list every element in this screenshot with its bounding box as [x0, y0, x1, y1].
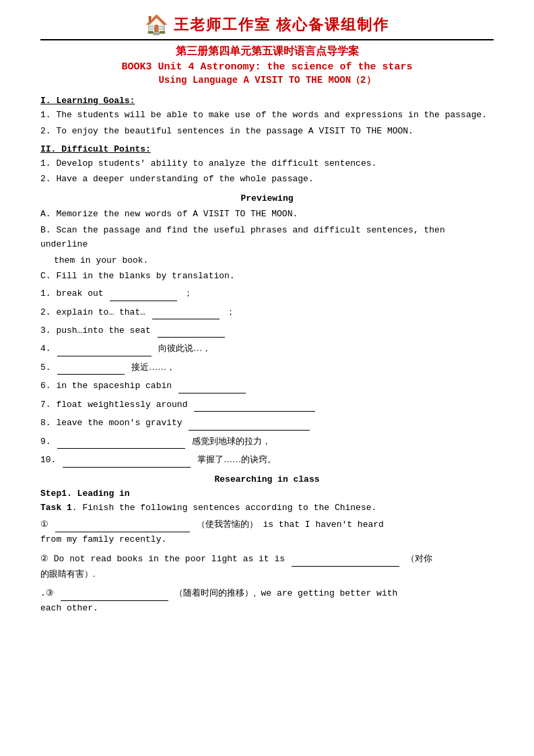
fill-blank-5: 5. 接近……，: [40, 360, 494, 375]
section-researching: Researching in class Step1. Leading in T…: [40, 474, 494, 616]
item-num: ①: [40, 519, 54, 530]
previewing-title: Previewing: [40, 193, 494, 203]
fill-blank-2: 2. explain to… that… ；: [40, 305, 494, 319]
item-num: 2. explain to… that…: [40, 307, 151, 317]
previewing-item-c: C. Fill in the blanks by translation.: [40, 270, 494, 284]
item-num: 6. in the spaceship cabin: [40, 381, 177, 391]
item-num: 5.: [40, 363, 56, 373]
blank-10[interactable]: [63, 452, 191, 467]
page-header: 🏠 王老师工作室 核心备课组制作 第三册第四单元第五课时语言点导学案 BOOK3…: [40, 13, 494, 86]
item-num: ② Do not read books in the poor light as…: [40, 554, 290, 564]
fill-blank-1: 1. break out ；: [40, 286, 494, 301]
cn-hint-1: （使我苦恼的）: [197, 519, 258, 529]
blank-9[interactable]: [57, 434, 185, 449]
previewing-item-b2: them in your book.: [54, 254, 494, 268]
blank-1[interactable]: [110, 286, 177, 301]
item-cn: 向彼此说…，: [158, 343, 211, 353]
section-learning-goals: I. Learning Goals: 1. The students will …: [40, 96, 494, 139]
blank-7[interactable]: [194, 397, 315, 412]
item-cont-3: each other.: [40, 603, 98, 613]
item-cont-1: from my family recently.: [40, 534, 166, 544]
blank-2[interactable]: [152, 305, 220, 319]
item-num: 7. float weightlessly around: [40, 400, 193, 410]
task1-text: . Finish the following sentences accordi…: [72, 503, 376, 513]
section-difficult-points: II. Difficult Points: 1. Develop student…: [40, 144, 494, 187]
fill-blank-10: 10. 掌握了……的诀窍。: [40, 452, 494, 467]
task1-item-2: ② Do not read books in the poor light as…: [40, 551, 494, 582]
difficult-point-1: 1. Develop students' ability to analyze …: [40, 157, 494, 171]
section-previewing: Previewing A. Memorize the new words of …: [40, 193, 494, 467]
blank-task1-2[interactable]: [292, 551, 399, 567]
item-num: 3. push…into the seat: [40, 325, 156, 336]
logo-text: 王老师工作室 核心备课组制作: [174, 15, 389, 35]
blank-5[interactable]: [57, 360, 125, 375]
previewing-item-a: A. Memorize the new words of A VISIT TO …: [40, 208, 494, 222]
item-num: .③: [40, 588, 59, 598]
item-suffix: ；: [184, 288, 193, 298]
item-num: 8. leave the moon's gravity: [40, 418, 187, 428]
subtitle-en1: BOOK3 Unit 4 Astronomy: the science of t…: [40, 61, 494, 73]
logo-row: 🏠 王老师工作室 核心备课组制作: [40, 13, 494, 36]
step1-title: Step1. Leading in: [40, 489, 494, 499]
task1-line: Task 1. Finish the following sentences a…: [40, 501, 494, 515]
previewing-item-b1: B. Scan the passage and find the useful …: [40, 224, 494, 252]
blank-task1-3[interactable]: [61, 586, 168, 601]
blank-4[interactable]: [57, 341, 152, 356]
subtitle-en2: Using Language A VISIT TO THE MOON（2）: [40, 74, 494, 86]
blank-6[interactable]: [178, 378, 246, 393]
cn-hint-2: （对你: [406, 553, 432, 563]
cn-hint-3: （随着时间的推移）,: [174, 588, 255, 598]
learning-goal-1: 1. The students will be able to make use…: [40, 108, 494, 123]
item-num: 4.: [40, 344, 56, 354]
task1-item-3: .③ （随着时间的推移）, we are getting better with…: [40, 586, 494, 616]
cn-hint-2b: 的眼睛有害）.: [40, 569, 95, 579]
fill-blank-8: 8. leave the moon's gravity: [40, 415, 494, 430]
section-ii-title: II. Difficult Points:: [40, 144, 494, 154]
fill-blank-9: 9. 感觉到地球的拉力，: [40, 434, 494, 449]
blank-8[interactable]: [189, 415, 310, 430]
fill-blank-6: 6. in the spaceship cabin: [40, 378, 494, 393]
task1-label: Task 1: [40, 503, 72, 513]
blank-3[interactable]: [158, 323, 225, 338]
item-cn: 接近……，: [131, 362, 175, 372]
item-suffix-3: we are getting better with: [261, 588, 397, 598]
researching-title: Researching in class: [40, 474, 494, 484]
blank-task1-1[interactable]: [55, 517, 190, 532]
fill-blank-4: 4. 向彼此说…，: [40, 341, 494, 356]
item-num: 1. break out: [40, 288, 108, 298]
item-suffix-1: is that I haven't heard: [263, 519, 383, 530]
fill-blank-3: 3. push…into the seat: [40, 323, 494, 338]
item-num: 10.: [40, 455, 61, 465]
item-cn: 感觉到地球的拉力，: [192, 436, 271, 446]
item-cn: 掌握了……的诀窍。: [197, 454, 276, 464]
item-num: 9.: [40, 437, 56, 447]
house-icon: 🏠: [145, 13, 168, 36]
learning-goal-2: 2. To enjoy the beautiful sentences in t…: [40, 125, 494, 139]
item-suffix: ；: [226, 307, 235, 317]
difficult-point-2: 2. Have a deeper understanding of the wh…: [40, 172, 494, 187]
task1-item-1: ① （使我苦恼的） is that I haven't heard from m…: [40, 517, 494, 547]
section-i-title: I. Learning Goals:: [40, 96, 494, 106]
subtitle-cn: 第三册第四单元第五课时语言点导学案: [40, 44, 494, 59]
fill-blank-7: 7. float weightlessly around: [40, 397, 494, 412]
header-divider: [40, 39, 494, 40]
